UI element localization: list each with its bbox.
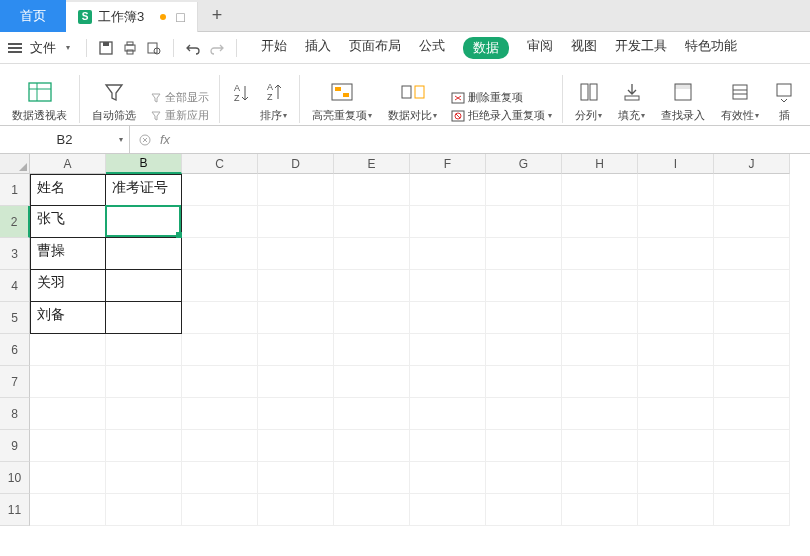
cell-E8[interactable] bbox=[334, 398, 410, 430]
cell-G4[interactable] bbox=[486, 270, 562, 302]
cell-C2[interactable] bbox=[182, 206, 258, 238]
sort-button[interactable]: AZ 排序▾ bbox=[254, 78, 293, 123]
cell-F1[interactable] bbox=[410, 174, 486, 206]
cell-B9[interactable] bbox=[106, 430, 182, 462]
cell-I4[interactable] bbox=[638, 270, 714, 302]
fill-button[interactable]: 填充▾ bbox=[612, 78, 651, 123]
row-header-5[interactable]: 5 bbox=[0, 302, 30, 334]
cell-J11[interactable] bbox=[714, 494, 790, 526]
validity-button[interactable]: 有效性▾ bbox=[715, 78, 765, 123]
cell-H2[interactable] bbox=[562, 206, 638, 238]
cell-B10[interactable] bbox=[106, 462, 182, 494]
column-header-B[interactable]: B bbox=[106, 154, 182, 174]
close-icon[interactable]: □ bbox=[176, 9, 184, 25]
cell-H9[interactable] bbox=[562, 430, 638, 462]
cell-J4[interactable] bbox=[714, 270, 790, 302]
cell-J1[interactable] bbox=[714, 174, 790, 206]
cell-A1[interactable]: 姓名 bbox=[30, 174, 106, 206]
cell-G3[interactable] bbox=[486, 238, 562, 270]
redo-icon[interactable] bbox=[208, 39, 226, 57]
tab-insert[interactable]: 插入 bbox=[305, 37, 331, 59]
column-header-C[interactable]: C bbox=[182, 154, 258, 174]
cell-D4[interactable] bbox=[258, 270, 334, 302]
cell-F9[interactable] bbox=[410, 430, 486, 462]
print-icon[interactable] bbox=[121, 39, 139, 57]
column-header-E[interactable]: E bbox=[334, 154, 410, 174]
row-header-6[interactable]: 6 bbox=[0, 334, 30, 366]
cell-G9[interactable] bbox=[486, 430, 562, 462]
column-header-F[interactable]: F bbox=[410, 154, 486, 174]
cell-C11[interactable] bbox=[182, 494, 258, 526]
cell-D7[interactable] bbox=[258, 366, 334, 398]
cell-A11[interactable] bbox=[30, 494, 106, 526]
cell-A8[interactable] bbox=[30, 398, 106, 430]
del-dup-button[interactable]: 删除重复项 bbox=[451, 90, 552, 105]
cell-H10[interactable] bbox=[562, 462, 638, 494]
name-box[interactable]: B2 ▾ bbox=[0, 126, 130, 153]
cell-G7[interactable] bbox=[486, 366, 562, 398]
split-button[interactable]: 分列▾ bbox=[569, 78, 608, 123]
row-header-4[interactable]: 4 bbox=[0, 270, 30, 302]
row-header-8[interactable]: 8 bbox=[0, 398, 30, 430]
tab-formula[interactable]: 公式 bbox=[419, 37, 445, 59]
hamburger-icon[interactable] bbox=[8, 43, 22, 53]
row-header-11[interactable]: 11 bbox=[0, 494, 30, 526]
reject-dup-button[interactable]: 拒绝录入重复项▾ bbox=[451, 108, 552, 123]
cell-D3[interactable] bbox=[258, 238, 334, 270]
row-header-2[interactable]: 2 bbox=[0, 206, 30, 238]
cell-J9[interactable] bbox=[714, 430, 790, 462]
cell-D11[interactable] bbox=[258, 494, 334, 526]
cell-A7[interactable] bbox=[30, 366, 106, 398]
cell-C4[interactable] bbox=[182, 270, 258, 302]
cell-G5[interactable] bbox=[486, 302, 562, 334]
cell-C10[interactable] bbox=[182, 462, 258, 494]
row-header-3[interactable]: 3 bbox=[0, 238, 30, 270]
cell-E6[interactable] bbox=[334, 334, 410, 366]
cell-A2[interactable]: 张飞 bbox=[30, 206, 106, 238]
column-header-A[interactable]: A bbox=[30, 154, 106, 174]
cell-B2[interactable] bbox=[106, 206, 182, 238]
data-compare-button[interactable]: 数据对比▾ bbox=[382, 78, 443, 123]
row-header-1[interactable]: 1 bbox=[0, 174, 30, 206]
cell-I1[interactable] bbox=[638, 174, 714, 206]
autofilter-button[interactable]: 自动筛选 bbox=[86, 78, 142, 123]
showall-button[interactable]: 全部显示 bbox=[150, 90, 209, 105]
cell-A4[interactable]: 关羽 bbox=[30, 270, 106, 302]
tab-pagelayout[interactable]: 页面布局 bbox=[349, 37, 401, 59]
cell-F4[interactable] bbox=[410, 270, 486, 302]
cell-G2[interactable] bbox=[486, 206, 562, 238]
cell-H1[interactable] bbox=[562, 174, 638, 206]
cell-F7[interactable] bbox=[410, 366, 486, 398]
cell-G11[interactable] bbox=[486, 494, 562, 526]
cell-J7[interactable] bbox=[714, 366, 790, 398]
cell-C5[interactable] bbox=[182, 302, 258, 334]
cell-C6[interactable] bbox=[182, 334, 258, 366]
cell-F11[interactable] bbox=[410, 494, 486, 526]
document-tab[interactable]: S 工作簿3 □ bbox=[66, 2, 198, 32]
fx-icon[interactable]: fx bbox=[160, 132, 170, 147]
select-all-corner[interactable] bbox=[0, 154, 30, 174]
print-preview-icon[interactable] bbox=[145, 39, 163, 57]
cell-H6[interactable] bbox=[562, 334, 638, 366]
cell-D6[interactable] bbox=[258, 334, 334, 366]
cell-H4[interactable] bbox=[562, 270, 638, 302]
cell-D8[interactable] bbox=[258, 398, 334, 430]
cell-D10[interactable] bbox=[258, 462, 334, 494]
tab-view[interactable]: 视图 bbox=[571, 37, 597, 59]
lookup-button[interactable]: 查找录入 bbox=[655, 78, 711, 123]
cell-I7[interactable] bbox=[638, 366, 714, 398]
column-header-J[interactable]: J bbox=[714, 154, 790, 174]
cell-B8[interactable] bbox=[106, 398, 182, 430]
cell-I8[interactable] bbox=[638, 398, 714, 430]
cell-F3[interactable] bbox=[410, 238, 486, 270]
cell-C9[interactable] bbox=[182, 430, 258, 462]
reapply-button[interactable]: 重新应用 bbox=[150, 108, 209, 123]
cell-B1[interactable]: 准考证号 bbox=[106, 174, 182, 206]
row-header-10[interactable]: 10 bbox=[0, 462, 30, 494]
highlight-dup-button[interactable]: 高亮重复项▾ bbox=[306, 78, 378, 123]
cell-A6[interactable] bbox=[30, 334, 106, 366]
cell-J5[interactable] bbox=[714, 302, 790, 334]
cell-H3[interactable] bbox=[562, 238, 638, 270]
cell-I3[interactable] bbox=[638, 238, 714, 270]
cell-J10[interactable] bbox=[714, 462, 790, 494]
